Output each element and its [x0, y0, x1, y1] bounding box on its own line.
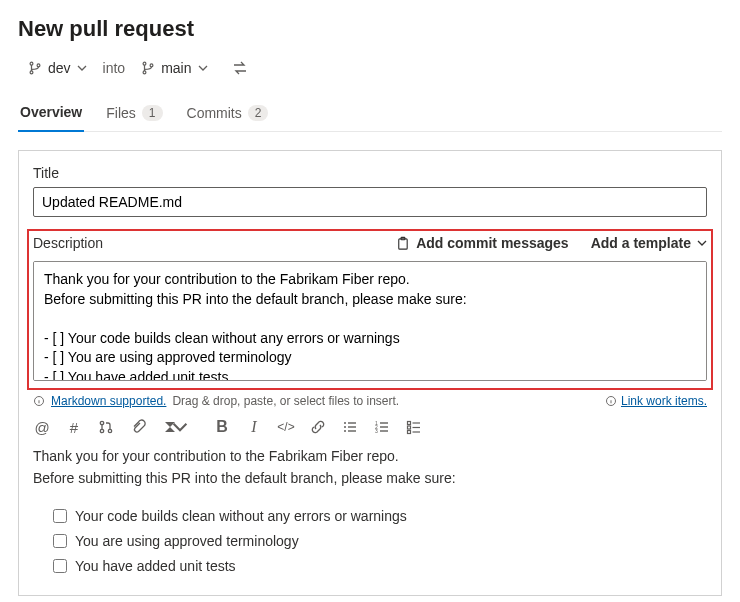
editor-toolbar: @ # B I </> 123: [33, 414, 707, 446]
helper-row: Markdown supported. Drag & drop, paste, …: [33, 394, 707, 408]
mention-button[interactable]: @: [33, 418, 51, 436]
branch-icon: [141, 61, 155, 75]
info-icon: [33, 395, 45, 407]
add-commit-messages-label: Add commit messages: [416, 235, 569, 251]
preview-line: Thank you for your contribution to the F…: [33, 446, 707, 466]
pr-ref-button[interactable]: [97, 418, 115, 436]
svg-rect-18: [348, 430, 356, 431]
task-label: You have added unit tests: [75, 556, 236, 576]
paperclip-icon: [130, 419, 146, 435]
commits-count-badge: 2: [248, 105, 269, 121]
attach-button[interactable]: [129, 418, 147, 436]
target-branch-label: main: [161, 60, 191, 76]
add-template-button[interactable]: Add a template: [591, 235, 707, 251]
task-item: Your code builds clean without any error…: [53, 506, 707, 526]
branch-icon: [28, 61, 42, 75]
task-list-button[interactable]: [405, 418, 423, 436]
at-icon: @: [34, 419, 49, 436]
tab-commits[interactable]: Commits 2: [185, 98, 271, 131]
swap-branches-button[interactable]: [228, 56, 252, 80]
task-checkbox[interactable]: [53, 534, 67, 548]
source-branch-picker[interactable]: dev: [24, 58, 91, 78]
add-commit-messages-button[interactable]: Add commit messages: [395, 235, 569, 251]
chevron-down-icon: [198, 63, 208, 73]
title-label: Title: [33, 165, 707, 181]
task-list-icon: [406, 419, 422, 435]
description-label: Description: [33, 235, 103, 251]
target-branch-picker[interactable]: main: [137, 58, 211, 78]
pr-form: Title Description Add commit messages Ad…: [18, 150, 722, 596]
svg-rect-16: [348, 422, 356, 423]
svg-point-1: [30, 71, 33, 74]
into-label: into: [97, 60, 132, 76]
bullet-list-button[interactable]: [341, 418, 359, 436]
task-label: Your code builds clean without any error…: [75, 506, 407, 526]
link-work-items-link[interactable]: Link work items.: [621, 394, 707, 408]
branch-selector-row: dev into main: [18, 56, 722, 80]
tab-commits-label: Commits: [187, 105, 242, 121]
description-preview: Thank you for your contribution to the F…: [33, 446, 707, 591]
tab-overview-label: Overview: [20, 104, 82, 120]
svg-rect-26: [408, 426, 411, 429]
source-branch-label: dev: [48, 60, 71, 76]
svg-point-12: [108, 429, 111, 432]
clipboard-icon: [395, 236, 410, 251]
svg-point-13: [344, 422, 346, 424]
svg-rect-22: [380, 422, 388, 423]
tab-overview[interactable]: Overview: [18, 98, 84, 132]
svg-rect-17: [348, 426, 356, 427]
info-icon: [605, 395, 617, 407]
svg-rect-25: [408, 422, 411, 425]
svg-point-3: [143, 62, 146, 65]
svg-point-15: [344, 430, 346, 432]
add-template-label: Add a template: [591, 235, 691, 251]
tabs: Overview Files 1 Commits 2: [18, 98, 722, 132]
chevron-down-icon: [77, 63, 87, 73]
pull-request-icon: [98, 419, 114, 435]
title-input[interactable]: [33, 187, 707, 217]
tab-files-label: Files: [106, 105, 136, 121]
numbered-list-icon: 123: [374, 419, 390, 435]
svg-point-14: [344, 426, 346, 428]
files-count-badge: 1: [142, 105, 163, 121]
description-highlight: Description Add commit messages Add a te…: [27, 229, 713, 390]
task-checkbox[interactable]: [53, 509, 67, 523]
markdown-supported-link[interactable]: Markdown supported.: [51, 394, 166, 408]
chevron-down-icon: [697, 238, 707, 248]
description-textarea[interactable]: [33, 261, 707, 381]
svg-text:3: 3: [375, 428, 378, 434]
bullet-list-icon: [342, 419, 358, 435]
svg-point-4: [143, 71, 146, 74]
svg-point-10: [100, 421, 103, 424]
code-button[interactable]: </>: [277, 418, 295, 436]
italic-icon: I: [251, 418, 256, 436]
svg-point-0: [30, 62, 33, 65]
svg-rect-24: [380, 430, 388, 431]
tab-files[interactable]: Files 1: [104, 98, 164, 131]
svg-rect-27: [408, 431, 411, 434]
preview-line: Before submitting this PR into the defau…: [33, 468, 707, 488]
svg-point-5: [150, 64, 153, 67]
page-title: New pull request: [18, 16, 722, 42]
bold-icon: B: [216, 418, 228, 436]
link-icon: [310, 419, 326, 435]
hash-icon: #: [70, 419, 78, 436]
code-icon: </>: [277, 420, 294, 434]
chevron-down-icon: [172, 419, 188, 435]
svg-point-11: [100, 429, 103, 432]
svg-rect-23: [380, 426, 388, 427]
italic-button[interactable]: I: [245, 418, 263, 436]
hash-button[interactable]: #: [65, 418, 83, 436]
drag-drop-hint: Drag & drop, paste, or select files to i…: [172, 394, 399, 408]
svg-rect-6: [399, 238, 407, 248]
numbered-list-button[interactable]: 123: [373, 418, 391, 436]
link-button[interactable]: [309, 418, 327, 436]
task-label: You are using approved terminology: [75, 531, 299, 551]
task-item: You have added unit tests: [53, 556, 707, 576]
heading-button[interactable]: [161, 418, 179, 436]
bold-button[interactable]: B: [213, 418, 231, 436]
task-checkbox[interactable]: [53, 559, 67, 573]
task-item: You are using approved terminology: [53, 531, 707, 551]
swap-icon: [232, 60, 248, 76]
svg-point-2: [37, 64, 40, 67]
